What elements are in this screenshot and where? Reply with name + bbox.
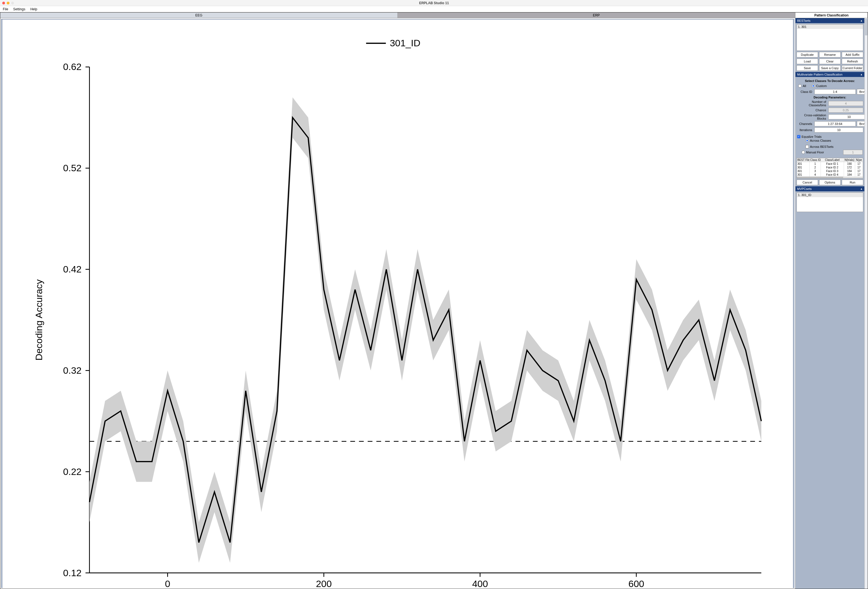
panel-mvpcsets-header[interactable]: MVPCsets ▲ <box>796 186 864 191</box>
options-button[interactable]: Options <box>819 180 841 185</box>
th-n-per: N(pe <box>855 158 863 162</box>
tab-erp[interactable]: ERP <box>398 13 795 18</box>
svg-text:0.42: 0.42 <box>63 264 81 274</box>
table-row[interactable]: 3013Face ID 318417 <box>797 169 863 173</box>
radio-manual-floor[interactable]: Manual Floor <box>802 150 824 154</box>
svg-text:0.12: 0.12 <box>63 567 81 578</box>
svg-text:Decoding Accuracy: Decoding Accuracy <box>34 280 44 361</box>
run-button[interactable]: Run <box>842 180 863 185</box>
app-frame: EEG ERP Pattern Classification 0.120.220… <box>0 12 868 589</box>
n-classes-label: Number of Classes/bins <box>797 100 827 107</box>
maximize-icon[interactable] <box>11 1 14 4</box>
cv-blocks-label: Cross-validation Blocks <box>797 113 827 120</box>
plot-panel: 0.120.220.320.420.520.620200400600Time (… <box>1 19 794 588</box>
panel-mvpcsets-title: MVPCsets <box>797 187 812 190</box>
svg-text:0.32: 0.32 <box>63 365 81 375</box>
svg-text:400: 400 <box>472 579 488 589</box>
class-id-label: Class ID <box>797 90 813 93</box>
tab-eeg[interactable]: EEG <box>0 13 398 18</box>
refresh-button[interactable]: Refresh <box>842 59 863 64</box>
svg-text:0.52: 0.52 <box>63 163 81 173</box>
decoding-params-header: Decoding Parameters: <box>797 96 863 99</box>
radio-across-classes[interactable]: Across Classes <box>806 139 831 142</box>
radio-custom[interactable]: Custom <box>812 84 827 88</box>
channels-label: Channels <box>797 122 813 125</box>
workspace: 0.120.220.320.420.520.620200400600Time (… <box>0 18 868 589</box>
menu-settings[interactable]: Settings <box>13 7 25 11</box>
collapse-icon: ▲ <box>860 73 863 76</box>
iterations-label: Iterations <box>797 128 813 132</box>
decoding-accuracy-chart: 0.120.220.320.420.520.620200400600Time (… <box>3 19 793 589</box>
list-item[interactable]: 1. 301_ID <box>797 193 863 197</box>
panel-bestsets-header[interactable]: BESTsets ▲ <box>796 18 864 23</box>
equalize-trials-checkbox[interactable]: Equalize Trials <box>797 135 822 138</box>
class-id-input[interactable] <box>815 89 856 94</box>
plot-canvas: 0.120.220.320.420.520.620200400600Time (… <box>3 19 793 589</box>
window-title: ERPLAB Studio 11 <box>419 1 449 5</box>
window-controls <box>2 1 14 4</box>
th-best-file: BEST File <box>797 158 810 162</box>
radio-all[interactable]: All <box>798 84 806 88</box>
channels-input[interactable] <box>815 121 856 126</box>
tab-pattern-classification: Pattern Classification <box>795 13 868 18</box>
panel-mvpc-header[interactable]: Multivariate Pattern Classification ▲ <box>796 72 864 77</box>
clear-button[interactable]: Clear <box>819 59 841 64</box>
n-classes-field: 4 <box>828 101 863 106</box>
cv-blocks-input[interactable] <box>828 114 868 119</box>
panel-mvpc-body: Select Classes To Decode Across: All Cus… <box>796 77 864 186</box>
chance-label: Chance <box>797 109 827 112</box>
svg-text:301_ID: 301_ID <box>390 38 421 48</box>
svg-text:0: 0 <box>165 579 170 589</box>
save-button[interactable]: Save <box>797 65 818 71</box>
save-copy-button[interactable]: Save a Copy <box>819 65 841 71</box>
th-class-label: Class/Label <box>821 158 844 162</box>
table-row[interactable]: 3011Face ID 119017 <box>797 162 863 166</box>
collapse-icon: ▲ <box>860 187 863 190</box>
collapse-icon: ▲ <box>860 19 863 22</box>
select-classes-header: Select Classes To Decode Across: <box>797 79 863 82</box>
table-row[interactable]: 3012Face ID 217217 <box>797 166 863 169</box>
iterations-input[interactable] <box>815 127 863 133</box>
current-folder-button[interactable]: Current Folder <box>842 65 863 71</box>
view-tabs: EEG ERP Pattern Classification <box>0 13 868 18</box>
th-class-id: Class ID <box>810 158 821 162</box>
mvpcsets-listbox[interactable]: 1. 301_ID <box>797 193 863 212</box>
svg-text:0.62: 0.62 <box>63 61 81 72</box>
menubar: File Settings Help <box>0 6 868 12</box>
cancel-button[interactable]: Cancel <box>797 180 818 185</box>
rename-button[interactable]: Rename <box>819 52 841 57</box>
menu-help[interactable]: Help <box>30 7 37 11</box>
minimize-icon[interactable] <box>7 1 9 4</box>
svg-text:600: 600 <box>629 579 644 589</box>
table-h-scrollbar[interactable] <box>797 177 863 178</box>
duplicate-button[interactable]: Duplicate <box>797 52 818 57</box>
panel-mvpc-title: Multivariate Pattern Classification <box>797 73 843 76</box>
th-n-trials: N(trials) <box>844 158 855 162</box>
titlebar: ERPLAB Studio 11 <box>0 0 868 6</box>
svg-text:200: 200 <box>316 579 332 589</box>
load-button[interactable]: Load <box>797 59 818 64</box>
bestsets-listbox[interactable]: 1. 301 <box>797 24 863 51</box>
panel-bestsets-body: 1. 301 Duplicate Rename Add Suffix Load … <box>796 23 864 72</box>
manual-floor-field: 1 <box>843 150 863 155</box>
panel-mvpcsets-body: 1. 301_ID <box>796 191 864 213</box>
svg-text:0.22: 0.22 <box>63 466 81 477</box>
list-item[interactable]: 1. 301 <box>797 25 863 29</box>
side-panel: BESTsets ▲ 1. 301 Duplicate Rename Add S… <box>795 18 868 589</box>
checkbox-across-bestsets[interactable]: Across BESTsets <box>806 145 833 148</box>
class-table[interactable]: BEST File Class ID Class/Label N(trials)… <box>797 158 863 178</box>
table-row[interactable]: 3014Face ID 418417 <box>797 173 863 177</box>
add-suffix-button[interactable]: Add Suffix <box>842 52 863 57</box>
menu-file[interactable]: File <box>3 7 8 11</box>
side-scrollbar[interactable] <box>864 18 868 589</box>
chance-field: 0.25 <box>828 107 863 113</box>
close-icon[interactable] <box>2 1 5 4</box>
panel-bestsets-title: BESTsets <box>797 19 810 22</box>
